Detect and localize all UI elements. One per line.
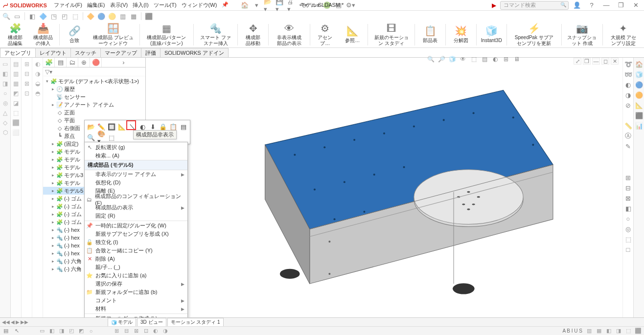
lt-icon[interactable]: ◐: [33, 60, 42, 68]
lt-icon[interactable]: ▤: [12, 60, 21, 68]
qa-icon[interactable]: ⬛: [144, 12, 153, 21]
tree-item[interactable]: (-) 六角: [64, 258, 82, 265]
lt-icon[interactable]: ◒: [33, 79, 42, 88]
cm-invert-select[interactable]: ↖反転選択 (g): [85, 143, 187, 152]
qa-icon[interactable]: ◰: [60, 12, 69, 21]
qa-icon[interactable]: 🔶: [86, 12, 95, 21]
cm-search[interactable]: 検索... (A): [85, 152, 187, 160]
doc-tab-3dview[interactable]: 3D ビュー: [137, 318, 166, 326]
lt-icon[interactable]: ◇: [1, 118, 10, 127]
rb-speedpak[interactable]: ⚡SpeedPak サブアセンブリを更新: [510, 22, 558, 47]
menu-view[interactable]: 表示(V): [108, 0, 130, 10]
rt-icon[interactable]: 🟠: [635, 90, 644, 99]
rb-insert-component[interactable]: 📥構成部品の挿入: [30, 22, 56, 47]
sb-icon[interactable]: ⬛: [634, 327, 642, 335]
rt-icon[interactable]: 📏: [624, 121, 633, 130]
rb-edit-component[interactable]: 🧩構成部 品編集: [3, 22, 27, 47]
rt-icon[interactable]: ⊟: [624, 183, 633, 192]
cm-form-subasm[interactable]: 新規サブアセンブリを形成 (X): [85, 230, 187, 238]
sb-icon[interactable]: ⊟: [122, 327, 130, 335]
sb-icon[interactable]: ↖: [13, 327, 21, 335]
lt-icon[interactable]: ◑: [33, 69, 42, 78]
tabnav-icon[interactable]: ▶: [16, 319, 20, 325]
tree-plane-right[interactable]: 右側面: [64, 125, 80, 132]
lt-icon[interactable]: ⊠: [23, 79, 31, 88]
tree-filter[interactable]: ▽▾: [43, 67, 145, 76]
cm-tab-addin[interactable]: SOLIDWORKS アドイン: [160, 48, 229, 57]
tree-item[interactable]: (-) ゴム: [64, 219, 82, 226]
tree-item[interactable]: モデル: [64, 164, 80, 171]
cm-favorite[interactable]: ⭐お気に入りに追加 (a): [85, 271, 187, 280]
tree-item-selected[interactable]: モデル5: [64, 187, 83, 195]
cm-material[interactable]: 材料▶: [85, 305, 187, 313]
sb-icon[interactable]: ◐: [152, 327, 160, 335]
rt-icon[interactable]: ⊞: [624, 173, 633, 182]
ctx-normal-icon[interactable]: 📐: [117, 122, 126, 131]
lt-icon[interactable]: ◎: [1, 99, 10, 108]
minimize-icon[interactable]: —: [600, 1, 613, 10]
sb-icon[interactable]: ▤: [2, 327, 10, 335]
tree-tab-collapse-icon[interactable]: ›: [102, 58, 145, 67]
cm-delete[interactable]: ✕削除 (A): [85, 255, 187, 263]
qa-icon[interactable]: ◳: [49, 12, 58, 21]
rt-icon[interactable]: ⊠: [624, 194, 633, 202]
doc-tab-motion[interactable]: モーション スタディ 1: [167, 318, 224, 326]
tree-item[interactable]: (-) ゴム: [64, 195, 82, 202]
sb-icon[interactable]: ◧: [48, 327, 56, 335]
sb-icon[interactable]: ◨: [58, 327, 66, 335]
open-icon[interactable]: 📂▾: [264, 1, 273, 10]
cm-tab-evaluate[interactable]: 評価: [141, 48, 161, 57]
rb-move-component[interactable]: ✥構成部品移動: [241, 22, 265, 47]
lt-icon[interactable]: ◪: [12, 99, 21, 108]
rt-icon[interactable]: 📐: [635, 101, 644, 110]
settings-icon[interactable]: ⚙▾: [346, 1, 355, 10]
rt-icon[interactable]: ◑: [624, 90, 633, 99]
tree-item[interactable]: (-) ゴム: [64, 203, 82, 210]
tabnav-icon[interactable]: ◀◀: [2, 319, 10, 325]
rb-mate[interactable]: 🔗合致: [62, 25, 87, 45]
tree-item[interactable]: モデル: [64, 179, 80, 187]
rb-reference[interactable]: 📐参照…: [340, 25, 365, 45]
sb-icon[interactable]: ◰: [68, 327, 75, 335]
sb-icon[interactable]: ⊞: [113, 327, 120, 335]
sb-icon[interactable]: ◨: [615, 327, 622, 335]
sb-icon[interactable]: ▭: [38, 327, 46, 335]
rt-icon[interactable]: ➿: [624, 70, 633, 79]
rt-icon[interactable]: 🧊: [635, 70, 644, 79]
sb-icon[interactable]: ▦: [595, 327, 603, 335]
print-icon[interactable]: 🖨▾: [287, 1, 296, 10]
tree-item[interactable]: (固定): [64, 140, 78, 148]
rt-icon[interactable]: ⊘: [624, 101, 633, 110]
tree-tab-property-icon[interactable]: ▤: [55, 58, 67, 67]
rb-snapshot[interactable]: 📷スナップショット 作成: [564, 22, 599, 47]
sb-icon[interactable]: ⊠: [132, 327, 140, 335]
tree-item[interactable]: (-) ゴム: [64, 211, 82, 218]
rt-icon[interactable]: ◐: [624, 80, 633, 89]
qa-icon[interactable]: 🔍: [2, 12, 11, 21]
lt-icon[interactable]: ▦: [12, 79, 21, 88]
rt-icon[interactable]: ⬛: [635, 111, 644, 120]
qa-icon[interactable]: 🔷: [39, 12, 47, 21]
lt-icon[interactable]: ⬡: [1, 128, 10, 137]
tree-root[interactable]: モデル (デフォルト<表示状態-1>): [58, 78, 139, 85]
doc-tab-model[interactable]: 🧊モデル: [108, 318, 136, 326]
command-search[interactable]: ▶ コマンド検索: [500, 1, 569, 10]
rb-explode[interactable]: 💥分解図: [449, 25, 473, 45]
lt-icon[interactable]: ⬜: [12, 128, 21, 137]
sb-icon[interactable]: ◧: [605, 327, 613, 335]
rb-large-assembly[interactable]: ✦大規模 アセンブリ設定: [606, 22, 641, 47]
lt-icon[interactable]: ⊞: [23, 60, 31, 68]
cm-temp-fix[interactable]: 📌一時的に固定/グループ化 (W): [85, 222, 187, 230]
menu-file[interactable]: ファイル(F): [52, 0, 84, 10]
new-icon[interactable]: ▾: [252, 1, 261, 10]
tree-item[interactable]: モデル: [64, 156, 80, 163]
rt-icon[interactable]: ➰: [624, 60, 633, 68]
sb-icon[interactable]: ▥: [585, 327, 593, 335]
user-icon[interactable]: 👤: [571, 1, 583, 10]
tabnav-icon[interactable]: ◀: [11, 319, 15, 325]
sb-icon[interactable]: ◩: [77, 327, 85, 335]
menu-insert[interactable]: 挿入(I): [131, 0, 150, 10]
tree-item[interactable]: (-) hex: [64, 227, 80, 233]
sb-icon[interactable]: ⊡: [142, 327, 150, 335]
lt-icon[interactable]: ◨: [1, 79, 10, 88]
